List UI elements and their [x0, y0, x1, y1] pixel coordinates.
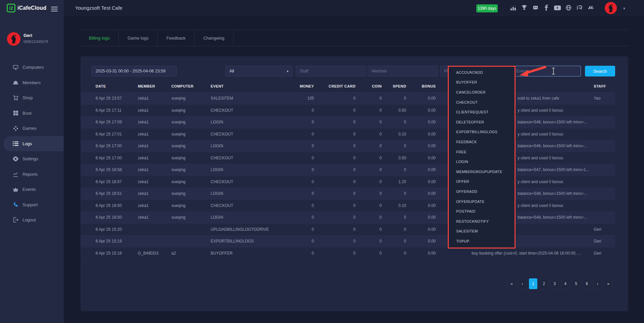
cart-icon	[13, 95, 18, 101]
staff-input[interactable]: Staff	[296, 66, 366, 76]
logout-icon	[13, 217, 18, 223]
discord-icon[interactable]	[532, 4, 539, 11]
crown-icon	[13, 186, 18, 192]
user-name: Geri	[23, 33, 32, 38]
page-button[interactable]: 3	[550, 278, 559, 289]
gear-icon	[13, 156, 18, 162]
member-input[interactable]: Member	[368, 66, 438, 76]
chevron-down-icon[interactable]: ▾	[623, 6, 625, 11]
sidebar-item[interactable]: Members	[0, 75, 64, 91]
event-type-option[interactable]: OFFER	[449, 177, 515, 187]
windows-icon	[13, 110, 18, 116]
trophy-icon[interactable]	[521, 4, 528, 11]
page-button[interactable]: 1	[529, 278, 537, 289]
event-type-dropdown: ACCOUNTADDBUYOFFERCANCELORDERCHECKOUTCLI…	[448, 66, 516, 249]
table-row[interactable]: 6 Apr 25 16:50 zeka1 xueqing CHECKOUT 0 …	[80, 200, 615, 212]
sidebar-item[interactable]: Events	[0, 182, 64, 197]
page-button[interactable]: »	[604, 278, 612, 289]
page-button[interactable]: 2	[540, 278, 548, 289]
gamepad-icon	[13, 125, 18, 131]
table-row[interactable]: 6 Apr 25 17:11 zeka1 xueqing CHECKOUT 0 …	[80, 105, 615, 117]
event-type-option[interactable]: TOPUP	[449, 236, 515, 246]
tab[interactable]: Feedback	[158, 30, 195, 46]
sidebar-item[interactable]: Support	[0, 197, 64, 213]
list-icon	[13, 141, 18, 147]
tab[interactable]: Game logs	[119, 30, 158, 46]
hamburger-menu-icon[interactable]	[51, 5, 58, 13]
globe-icon[interactable]	[565, 4, 572, 11]
table-row[interactable]: 6 Apr 25 16:57 zeka1 xueqing CHECKOUT 0 …	[80, 176, 615, 188]
page-button[interactable]: 6	[583, 278, 591, 289]
sidebar-item-label: Members	[22, 80, 41, 85]
page-button[interactable]: 5	[572, 278, 580, 289]
event-type-option[interactable]: BUYOFFER	[449, 77, 515, 88]
layers-icon[interactable]	[587, 4, 594, 11]
table-header: DATE MEMBER COMPUTER EVENT MONEY CREDIT …	[80, 80, 615, 93]
event-type-option[interactable]: OFFERADD	[449, 186, 515, 197]
topbar-icons	[510, 4, 594, 11]
table-row[interactable]: 6 Apr 25 17:01 zeka1 xueqing CHECKOUT 0 …	[80, 128, 615, 141]
sidebar-item-label: Games	[22, 126, 37, 131]
page-button[interactable]: «	[507, 278, 516, 289]
sidebar-item[interactable]: Reports	[0, 167, 64, 182]
table-row[interactable]: 6 Apr 25 16:51 zeka1 xueqing LOGIN 0 0 0…	[80, 188, 615, 200]
page-button[interactable]: ›	[593, 278, 602, 289]
event-type-option[interactable]: EXPORTBILLINGLOGS	[449, 127, 515, 137]
page-button[interactable]: ‹	[518, 278, 527, 289]
event-type-option[interactable]: RESTOCKNOTIFY	[449, 216, 515, 226]
type-select[interactable]: All ▾	[225, 66, 292, 76]
event-type-option[interactable]: FEEDBACK	[449, 137, 515, 147]
sidebar-nav: Computers Members Shop Boot Games Logs S…	[0, 60, 64, 228]
table-row[interactable]: 6 Apr 25 16:58 zeka1 xueqing LOGIN 0 0 0…	[80, 164, 615, 176]
table-row[interactable]: 6 Apr 25 15:16 G_B49DD3 a2 BUYOFFER 0 0 …	[80, 248, 615, 260]
search-button[interactable]: Search	[585, 66, 615, 76]
log-tabs: Billing logsGame logsFeedbackChangelog	[80, 30, 628, 46]
event-type-option[interactable]: SALESITEM	[449, 226, 515, 236]
user-avatar[interactable]	[7, 32, 20, 46]
event-type-option[interactable]: MEMBERGROUPUPDATE	[449, 167, 515, 177]
event-type-option[interactable]: DELETEOFFER	[449, 117, 515, 127]
icafecloud-icon[interactable]	[576, 4, 583, 11]
sidebar-item[interactable]: Settings	[0, 151, 64, 167]
page-button[interactable]: 4	[561, 278, 570, 289]
event-type-option[interactable]: FREE	[449, 147, 515, 157]
event-type-option[interactable]: OFFERUPDATE	[449, 197, 515, 207]
table-row[interactable]: 6 Apr 25 16:50 zeka1 xueqing LOGIN 0 0 0…	[80, 212, 615, 224]
user-phone: 008612345678	[23, 40, 48, 44]
event-type-option[interactable]: CHECKOUT	[449, 97, 515, 107]
days-remaining-badge[interactable]: 1390 days	[476, 4, 498, 12]
tab[interactable]: Changelog	[195, 30, 233, 46]
date-range-input[interactable]: 2025-03-31 00:00 - 2025-04-06 23:59	[92, 66, 177, 76]
chevron-down-icon: ▾	[287, 69, 288, 73]
sidebar-item[interactable]: Shop	[0, 90, 64, 106]
sidebar-item[interactable]: Logs	[3, 136, 64, 152]
facebook-icon[interactable]	[543, 4, 550, 11]
event-type-option[interactable]: ACCOUNTADD	[449, 67, 515, 77]
sidebar-item-label: Logs	[22, 141, 32, 146]
user-block: Geri 008612345678	[0, 28, 64, 49]
icafecloud-app: i2 iCafeCloud Youngzsoft Test Cafe 1390 …	[0, 0, 644, 323]
ranking-icon[interactable]	[510, 4, 517, 11]
table-row[interactable]: 6 Apr 25 15:20 UPLOADBILLINGLOGTODRIVE 0…	[80, 224, 615, 236]
avatar[interactable]	[605, 2, 617, 14]
billing-logs-table: DATE MEMBER COMPUTER EVENT MONEY CREDIT …	[80, 80, 615, 259]
sidebar-item[interactable]: Boot	[0, 106, 64, 121]
sidebar-item-label: Computers	[22, 65, 44, 70]
table-row[interactable]: 6 Apr 25 17:00 zeka1 xueqing LOGIN 0 0 0…	[80, 140, 615, 152]
tab[interactable]: Billing logs	[80, 30, 119, 46]
event-type-option[interactable]: LOGIN	[449, 157, 515, 167]
youtube-icon[interactable]	[554, 4, 561, 11]
sidebar-item[interactable]: Computers	[0, 60, 64, 75]
event-type-option[interactable]: CLIENTREQUEST	[449, 107, 515, 117]
sidebar-item-label: Events	[22, 187, 36, 192]
pagination: «‹123456›»	[507, 278, 612, 289]
event-type-option[interactable]: POSTPAID	[449, 206, 515, 216]
table-row[interactable]: 6 Apr 25 23:57 zeka1 xueqing SALESITEM 1…	[80, 93, 615, 105]
table-row[interactable]: 6 Apr 25 15:19 EXPORTBILLINGLOGS 0 0 0 0…	[80, 235, 615, 248]
event-type-option[interactable]: CANCELORDER	[449, 87, 515, 97]
table-row[interactable]: 6 Apr 25 17:00 zeka1 xueqing CHECKOUT 0 …	[80, 152, 615, 164]
table-row[interactable]: 6 Apr 25 17:09 zeka1 xueqing LOGIN 0 0 0…	[80, 116, 615, 128]
sidebar-item[interactable]: Logout	[0, 212, 64, 228]
event-input[interactable]: Event	[512, 66, 581, 76]
sidebar-item[interactable]: Games	[0, 121, 64, 136]
